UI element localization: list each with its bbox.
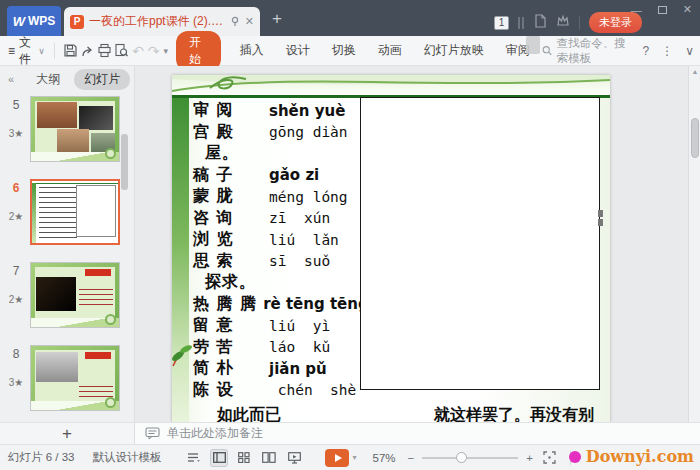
play-slideshow-button[interactable] <box>325 449 349 467</box>
resize-handle[interactable] <box>598 210 603 217</box>
pinyin: gōng diàn <box>269 124 348 140</box>
zoom-out-button[interactable]: − <box>408 452 415 464</box>
hanzi: 浏 览 <box>193 229 269 250</box>
slide-thumbnail-8[interactable]: 8 3★ <box>0 345 135 413</box>
white-cover-textbox[interactable] <box>360 97 600 390</box>
slide-thumbnail-image[interactable] <box>30 345 120 411</box>
notes-toggle-icon[interactable] <box>185 449 203 467</box>
pinyin: rè tēng tēng <box>263 295 369 313</box>
ribbon-tab-design[interactable]: 设计 <box>286 39 310 62</box>
wps-logo-tab[interactable]: W WPS <box>7 6 61 36</box>
slide-circle-decoration <box>105 397 116 408</box>
undo-icon[interactable]: ↶ <box>130 43 146 59</box>
reading-view-icon[interactable] <box>260 449 278 467</box>
pinyin: chén shè <box>269 382 356 398</box>
slide-thumbnail-5[interactable]: 5 3★ <box>0 96 135 164</box>
template-icon[interactable] <box>533 14 547 32</box>
pinyin: liú lǎn <box>269 232 339 248</box>
redo-icon[interactable]: ↷ <box>146 43 162 59</box>
pinyin: méng lóng <box>269 189 348 205</box>
slideshow-view-icon[interactable] <box>285 449 303 467</box>
ribbon-tab-insert[interactable]: 插入 <box>240 39 264 62</box>
slide-thumbnail-image[interactable] <box>30 262 120 328</box>
new-tab-button[interactable]: + <box>272 10 282 27</box>
zoom-level[interactable]: 57% <box>372 452 395 464</box>
zoom-in-button[interactable]: + <box>526 452 533 464</box>
slide-number: 5 <box>6 98 26 112</box>
slide-thumbnail-6-selected[interactable]: 6 2★ <box>0 179 135 247</box>
scrollbar-thumb[interactable] <box>691 118 699 158</box>
normal-view-icon[interactable] <box>210 449 228 467</box>
maximize-icon[interactable] <box>658 6 667 14</box>
design-template-label[interactable]: 默认设计模板 <box>92 450 161 465</box>
search-icon <box>542 44 552 57</box>
ribbon-tab-review[interactable]: 审阅 <box>506 39 530 62</box>
add-slide-button[interactable]: + <box>0 423 135 444</box>
file-caret-icon: ∨ <box>38 46 45 56</box>
watermark: Downyi.com <box>569 447 694 466</box>
wps-logo-icon: W <box>13 14 25 29</box>
ppt-file-icon: P <box>70 15 84 29</box>
fit-to-window-icon[interactable] <box>543 451 556 464</box>
slide-circle-decoration <box>105 148 116 159</box>
slide-thumbnail-image[interactable] <box>30 96 120 162</box>
search-placeholder: 查找命令、搜索模板 <box>557 36 637 66</box>
file-menu[interactable]: ≡ 文件 ∨ <box>8 34 47 68</box>
pin-icon[interactable] <box>230 16 240 28</box>
notes-placeholder: 单击此处添加备注 <box>167 425 263 442</box>
ribbon-tab-animation[interactable]: 动画 <box>378 39 402 62</box>
scroll-up-icon[interactable]: ▲ <box>689 68 700 75</box>
sidebar-scrollbar[interactable] <box>121 134 128 190</box>
photo-bw <box>79 106 113 130</box>
slide-sorter-icon[interactable] <box>235 449 253 467</box>
slide-thumbnail-7[interactable]: 7 2★ <box>0 262 135 330</box>
slide-thumbnail-image[interactable] <box>30 179 120 245</box>
close-icon[interactable]: ✕ <box>683 3 692 16</box>
slide-bottom-text: 如此而已 就这样罢了。再没有别 <box>172 405 610 422</box>
zoom-slider[interactable] <box>422 457 518 459</box>
tab-slides[interactable]: 幻灯片 <box>74 69 130 90</box>
ribbon-tab-transition[interactable]: 切换 <box>332 39 356 62</box>
tab-stack-icon <box>518 17 524 29</box>
slide-canvas[interactable]: 审 阅shěn yuè 宫 殿gōng diàn 屋。 稿 子gǎo zi 蒙 … <box>172 75 610 422</box>
ribbon-tab-slideshow[interactable]: 幻灯片放映 <box>424 39 484 62</box>
collapse-ribbon-icon[interactable]: ∨ <box>685 44 694 58</box>
tab-outline[interactable]: 大纲 <box>36 71 60 88</box>
print-icon[interactable] <box>96 41 113 61</box>
slide-circle-decoration <box>105 314 116 325</box>
watermark-text: Downyi.com <box>586 447 694 466</box>
photo-dark <box>36 277 76 311</box>
quick-access-caret-icon[interactable]: ▾ <box>163 46 168 56</box>
hamburger-icon: ≡ <box>8 44 15 58</box>
mini-white-box <box>76 185 116 237</box>
minimize-icon[interactable]: — <box>631 4 642 16</box>
ribbon-tab-home[interactable]: 开始 <box>176 31 221 71</box>
mini-text-lines <box>79 289 113 307</box>
hanzi: 审 阅 <box>193 100 269 121</box>
more-icon[interactable]: ⋮ <box>661 44 673 58</box>
canvas-scrollbar[interactable]: ▲ <box>688 66 700 422</box>
slide-animation-count: 2★ <box>4 294 28 305</box>
help-icon[interactable]: ? <box>643 44 650 58</box>
wps-logo-text: WPS <box>28 14 55 28</box>
document-title: 一夜的工作ppt课件 (2).ppt <box>89 13 225 30</box>
zoom-slider-thumb[interactable] <box>456 452 467 463</box>
command-search[interactable]: 查找命令、搜索模板 <box>542 36 637 66</box>
hanzi: 宫 殿 <box>193 122 269 143</box>
notes-bar[interactable]: 单击此处添加备注 <box>135 423 700 444</box>
slide-number: 7 <box>6 264 26 278</box>
document-tab[interactable]: P 一夜的工作ppt课件 (2).ppt ✕ <box>64 7 260 36</box>
skin-icon[interactable] <box>556 14 570 32</box>
task-count-badge[interactable]: 1 <box>494 16 509 30</box>
save-icon[interactable] <box>62 41 79 61</box>
titlebar-divider <box>579 16 580 30</box>
bottom-right-text: 就这样罢了。再没有别 <box>434 405 594 422</box>
pinyin: gǎo zi <box>269 166 319 184</box>
view-switcher <box>185 449 303 467</box>
play-options-caret-icon[interactable]: ▾ <box>352 453 356 462</box>
panel-collapse-icon[interactable]: « <box>8 73 14 85</box>
print-preview-icon[interactable] <box>113 41 130 61</box>
tab-close-icon[interactable]: ✕ <box>245 15 254 28</box>
share-icon[interactable] <box>79 41 96 61</box>
hanzi: 探求。 <box>193 272 269 293</box>
